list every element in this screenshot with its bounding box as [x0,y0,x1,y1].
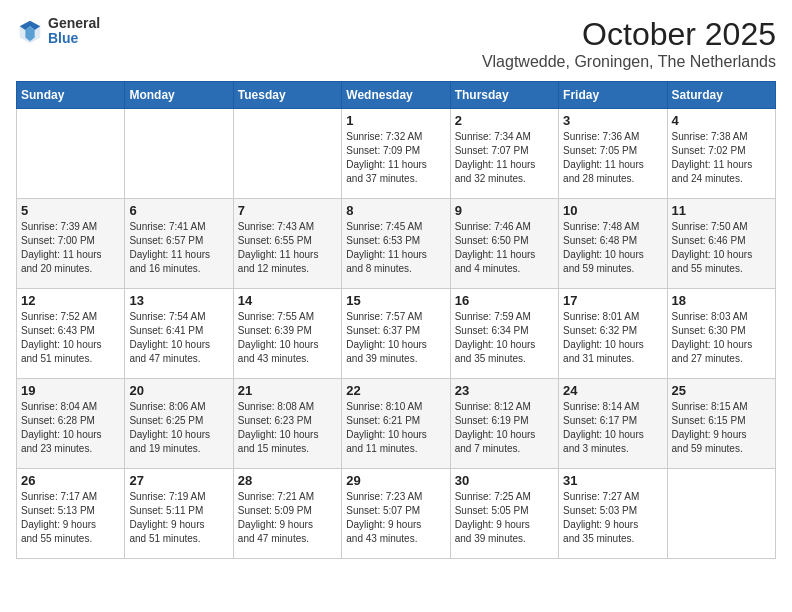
day-info: Sunrise: 8:01 AM Sunset: 6:32 PM Dayligh… [563,310,662,366]
day-info: Sunrise: 7:17 AM Sunset: 5:13 PM Dayligh… [21,490,120,546]
day-number: 24 [563,383,662,398]
day-number: 16 [455,293,554,308]
day-info: Sunrise: 7:32 AM Sunset: 7:09 PM Dayligh… [346,130,445,186]
day-info: Sunrise: 7:21 AM Sunset: 5:09 PM Dayligh… [238,490,337,546]
header-row: SundayMondayTuesdayWednesdayThursdayFrid… [17,82,776,109]
day-info: Sunrise: 7:39 AM Sunset: 7:00 PM Dayligh… [21,220,120,276]
logo-icon [16,17,44,45]
page-header: General Blue October 2025 Vlagtwedde, Gr… [16,16,776,71]
day-number: 9 [455,203,554,218]
day-number: 12 [21,293,120,308]
week-row-2: 12Sunrise: 7:52 AM Sunset: 6:43 PM Dayli… [17,289,776,379]
day-info: Sunrise: 8:15 AM Sunset: 6:15 PM Dayligh… [672,400,771,456]
calendar-cell: 25Sunrise: 8:15 AM Sunset: 6:15 PM Dayli… [667,379,775,469]
calendar-cell: 19Sunrise: 8:04 AM Sunset: 6:28 PM Dayli… [17,379,125,469]
calendar-cell: 4Sunrise: 7:38 AM Sunset: 7:02 PM Daylig… [667,109,775,199]
calendar-cell: 9Sunrise: 7:46 AM Sunset: 6:50 PM Daylig… [450,199,558,289]
day-number: 15 [346,293,445,308]
day-info: Sunrise: 7:59 AM Sunset: 6:34 PM Dayligh… [455,310,554,366]
day-info: Sunrise: 8:14 AM Sunset: 6:17 PM Dayligh… [563,400,662,456]
day-number: 27 [129,473,228,488]
day-number: 5 [21,203,120,218]
calendar-cell: 18Sunrise: 8:03 AM Sunset: 6:30 PM Dayli… [667,289,775,379]
day-info: Sunrise: 7:45 AM Sunset: 6:53 PM Dayligh… [346,220,445,276]
day-info: Sunrise: 7:34 AM Sunset: 7:07 PM Dayligh… [455,130,554,186]
calendar-cell: 3Sunrise: 7:36 AM Sunset: 7:05 PM Daylig… [559,109,667,199]
calendar-cell: 21Sunrise: 8:08 AM Sunset: 6:23 PM Dayli… [233,379,341,469]
month-title: October 2025 [482,16,776,53]
day-number: 31 [563,473,662,488]
day-number: 23 [455,383,554,398]
day-number: 13 [129,293,228,308]
calendar-cell: 17Sunrise: 8:01 AM Sunset: 6:32 PM Dayli… [559,289,667,379]
day-info: Sunrise: 8:12 AM Sunset: 6:19 PM Dayligh… [455,400,554,456]
calendar-cell: 6Sunrise: 7:41 AM Sunset: 6:57 PM Daylig… [125,199,233,289]
day-number: 10 [563,203,662,218]
calendar-cell [667,469,775,559]
day-info: Sunrise: 8:04 AM Sunset: 6:28 PM Dayligh… [21,400,120,456]
week-row-0: 1Sunrise: 7:32 AM Sunset: 7:09 PM Daylig… [17,109,776,199]
day-number: 26 [21,473,120,488]
day-info: Sunrise: 7:46 AM Sunset: 6:50 PM Dayligh… [455,220,554,276]
title-area: October 2025 Vlagtwedde, Groningen, The … [482,16,776,71]
calendar-cell: 10Sunrise: 7:48 AM Sunset: 6:48 PM Dayli… [559,199,667,289]
day-info: Sunrise: 8:08 AM Sunset: 6:23 PM Dayligh… [238,400,337,456]
day-info: Sunrise: 7:25 AM Sunset: 5:05 PM Dayligh… [455,490,554,546]
day-number: 3 [563,113,662,128]
day-number: 18 [672,293,771,308]
calendar-cell: 24Sunrise: 8:14 AM Sunset: 6:17 PM Dayli… [559,379,667,469]
logo-blue-text: Blue [48,31,100,46]
day-number: 28 [238,473,337,488]
day-number: 20 [129,383,228,398]
day-number: 14 [238,293,337,308]
logo: General Blue [16,16,100,47]
header-monday: Monday [125,82,233,109]
week-row-1: 5Sunrise: 7:39 AM Sunset: 7:00 PM Daylig… [17,199,776,289]
day-info: Sunrise: 7:36 AM Sunset: 7:05 PM Dayligh… [563,130,662,186]
calendar-cell: 30Sunrise: 7:25 AM Sunset: 5:05 PM Dayli… [450,469,558,559]
calendar-cell: 20Sunrise: 8:06 AM Sunset: 6:25 PM Dayli… [125,379,233,469]
calendar-table: SundayMondayTuesdayWednesdayThursdayFrid… [16,81,776,559]
day-number: 19 [21,383,120,398]
calendar-cell: 26Sunrise: 7:17 AM Sunset: 5:13 PM Dayli… [17,469,125,559]
header-saturday: Saturday [667,82,775,109]
header-wednesday: Wednesday [342,82,450,109]
day-number: 6 [129,203,228,218]
calendar-cell [233,109,341,199]
day-number: 29 [346,473,445,488]
day-number: 7 [238,203,337,218]
day-number: 25 [672,383,771,398]
day-info: Sunrise: 8:03 AM Sunset: 6:30 PM Dayligh… [672,310,771,366]
day-number: 2 [455,113,554,128]
day-number: 8 [346,203,445,218]
day-number: 11 [672,203,771,218]
logo-text: General Blue [48,16,100,47]
calendar-cell: 1Sunrise: 7:32 AM Sunset: 7:09 PM Daylig… [342,109,450,199]
week-row-3: 19Sunrise: 8:04 AM Sunset: 6:28 PM Dayli… [17,379,776,469]
day-info: Sunrise: 7:54 AM Sunset: 6:41 PM Dayligh… [129,310,228,366]
day-info: Sunrise: 8:06 AM Sunset: 6:25 PM Dayligh… [129,400,228,456]
calendar-cell: 28Sunrise: 7:21 AM Sunset: 5:09 PM Dayli… [233,469,341,559]
day-number: 4 [672,113,771,128]
calendar-cell: 7Sunrise: 7:43 AM Sunset: 6:55 PM Daylig… [233,199,341,289]
day-number: 30 [455,473,554,488]
calendar-cell [17,109,125,199]
day-info: Sunrise: 7:43 AM Sunset: 6:55 PM Dayligh… [238,220,337,276]
calendar-cell: 27Sunrise: 7:19 AM Sunset: 5:11 PM Dayli… [125,469,233,559]
calendar-cell: 2Sunrise: 7:34 AM Sunset: 7:07 PM Daylig… [450,109,558,199]
location-title: Vlagtwedde, Groningen, The Netherlands [482,53,776,71]
day-info: Sunrise: 7:27 AM Sunset: 5:03 PM Dayligh… [563,490,662,546]
calendar-cell: 12Sunrise: 7:52 AM Sunset: 6:43 PM Dayli… [17,289,125,379]
day-number: 17 [563,293,662,308]
header-sunday: Sunday [17,82,125,109]
calendar-cell: 23Sunrise: 8:12 AM Sunset: 6:19 PM Dayli… [450,379,558,469]
day-info: Sunrise: 7:55 AM Sunset: 6:39 PM Dayligh… [238,310,337,366]
week-row-4: 26Sunrise: 7:17 AM Sunset: 5:13 PM Dayli… [17,469,776,559]
calendar-cell: 29Sunrise: 7:23 AM Sunset: 5:07 PM Dayli… [342,469,450,559]
header-friday: Friday [559,82,667,109]
calendar-cell: 16Sunrise: 7:59 AM Sunset: 6:34 PM Dayli… [450,289,558,379]
calendar-cell: 8Sunrise: 7:45 AM Sunset: 6:53 PM Daylig… [342,199,450,289]
calendar-cell: 31Sunrise: 7:27 AM Sunset: 5:03 PM Dayli… [559,469,667,559]
day-info: Sunrise: 7:50 AM Sunset: 6:46 PM Dayligh… [672,220,771,276]
calendar-cell: 5Sunrise: 7:39 AM Sunset: 7:00 PM Daylig… [17,199,125,289]
